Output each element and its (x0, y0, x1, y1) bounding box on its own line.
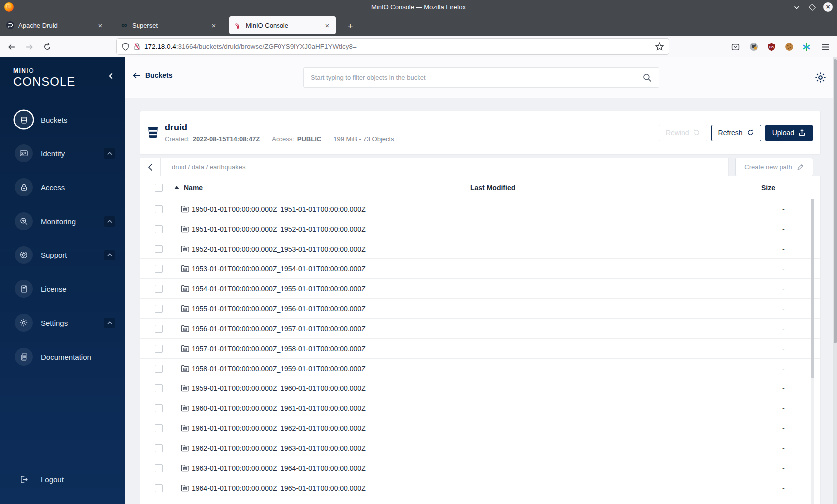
path-back-chevron-icon[interactable] (140, 158, 161, 176)
window-minimize-icon[interactable] (792, 3, 801, 12)
row-checkbox[interactable] (155, 484, 163, 492)
cookie-extension-icon[interactable] (783, 40, 796, 53)
refresh-button[interactable]: Refresh (711, 125, 761, 141)
tab-close-icon[interactable]: × (323, 21, 331, 30)
row-checkbox[interactable] (155, 265, 163, 273)
sidebar-item-monitoring[interactable]: Monitoring (0, 204, 125, 238)
shield-icon[interactable] (122, 43, 129, 51)
object-row[interactable]: 1955-01-01T00:00:00.000Z_1956-01-01T00:0… (140, 299, 820, 319)
window-close-icon[interactable]: × (823, 2, 833, 12)
object-name: 1958-01-01T00:00:00.000Z_1959-01-01T00:0… (192, 365, 366, 373)
object-row[interactable]: 1958-01-01T00:00:00.000Z_1959-01-01T00:0… (140, 359, 820, 378)
preferences-gear-icon[interactable] (814, 71, 827, 84)
row-checkbox[interactable] (155, 365, 163, 373)
object-row[interactable]: 1957-01-01T00:00:00.000Z_1958-01-01T00:0… (140, 339, 820, 359)
table-scrollbar-thumb[interactable] (811, 199, 814, 378)
rewind-button[interactable]: Rewind (659, 125, 707, 141)
select-all-checkbox[interactable] (155, 184, 163, 192)
row-checkbox[interactable] (155, 325, 163, 333)
minio-sidebar: MINIO CONSOLE Buckets Identity (0, 57, 125, 504)
row-checkbox[interactable] (155, 205, 163, 213)
pocket-icon[interactable] (729, 40, 742, 53)
row-checkbox[interactable] (155, 444, 163, 452)
bookmark-star-icon[interactable] (655, 42, 664, 51)
chevron-up-icon[interactable] (104, 216, 115, 227)
window-maximize-icon[interactable] (808, 3, 817, 12)
back-to-buckets[interactable]: Buckets (133, 71, 172, 79)
object-row[interactable]: 1950-01-01T00:00:00.000Z_1951-01-01T00:0… (140, 199, 820, 219)
breadcrumb[interactable]: druid / data / earthquakes (172, 163, 245, 171)
tab-close-icon[interactable]: × (96, 21, 104, 30)
rewind-label: Rewind (666, 129, 689, 137)
object-row[interactable]: 1960-01-01T00:00:00.000Z_1961-01-01T00:0… (140, 398, 820, 418)
sidebar-item-license[interactable]: License (0, 272, 125, 306)
sidebar-item-settings[interactable]: Settings (0, 306, 125, 340)
row-checkbox[interactable] (155, 285, 163, 293)
bucket-icon (15, 111, 33, 128)
object-row[interactable]: 1962-01-01T00:00:00.000Z_1963-01-01T00:0… (140, 438, 820, 458)
object-row[interactable]: 1963-01-01T00:00:00.000Z_1964-01-01T00:0… (140, 458, 820, 478)
window-scrollbar[interactable] (833, 57, 837, 504)
chevron-up-icon[interactable] (104, 250, 115, 260)
folder-icon (181, 365, 189, 372)
main-area: Buckets druid Created: (125, 57, 837, 504)
object-name: 1956-01-01T00:00:00.000Z_1957-01-01T00:0… (192, 325, 366, 333)
privacy-badger-icon[interactable] (747, 40, 760, 53)
insecure-lock-icon[interactable] (134, 43, 140, 51)
hamburger-menu-icon[interactable] (819, 40, 832, 53)
object-name: 1964-01-01T00:00:00.000Z_1965-01-01T00:0… (192, 484, 366, 492)
container-asterisk-icon[interactable] (800, 40, 813, 53)
row-checkbox[interactable] (155, 345, 163, 353)
create-new-path-button[interactable]: Create new path (735, 158, 813, 176)
reload-button[interactable] (41, 40, 54, 53)
tab-apache-druid[interactable]: Apache Druid × (2, 16, 109, 34)
sidebar-item-buckets[interactable]: Buckets (0, 103, 125, 136)
create-path-icon (797, 163, 804, 171)
ublock-origin-icon[interactable]: UO (765, 40, 778, 53)
folder-icon (181, 265, 189, 272)
row-checkbox[interactable] (155, 424, 163, 432)
column-size[interactable]: Size (761, 184, 775, 192)
object-row[interactable]: 1964-01-01T00:00:00.000Z_1965-01-01T00:0… (140, 478, 820, 498)
sidebar-item-label: Access (41, 183, 65, 192)
sidebar-collapse-icon[interactable] (107, 72, 115, 80)
sidebar-item-support[interactable]: Support (0, 238, 125, 272)
tab-close-icon[interactable]: × (210, 21, 218, 30)
druid-favicon (6, 21, 14, 29)
object-row[interactable]: 1952-01-01T00:00:00.000Z_1953-01-01T00:0… (140, 239, 820, 259)
object-row[interactable]: 1954-01-01T00:00:00.000Z_1955-01-01T00:0… (140, 279, 820, 299)
tab-minio-console[interactable]: MinIO Console × (229, 16, 336, 34)
new-tab-button[interactable]: + (344, 19, 357, 34)
upload-button[interactable]: Upload (765, 125, 813, 141)
chevron-up-icon[interactable] (104, 148, 115, 159)
chevron-up-icon[interactable] (104, 318, 115, 328)
url-bar[interactable]: 172.18.0.4:31664/buckets/druid/browse/ZG… (117, 39, 669, 54)
sidebar-item-documentation[interactable]: Documentation (0, 340, 125, 374)
table-scrollbar[interactable] (811, 199, 814, 504)
sidebar-item-logout[interactable]: Logout (0, 469, 125, 489)
forward-button[interactable] (23, 40, 36, 53)
column-name[interactable]: Name (184, 184, 203, 192)
column-last-modified[interactable]: Last Modified (470, 184, 515, 192)
row-checkbox[interactable] (155, 245, 163, 253)
row-checkbox[interactable] (155, 225, 163, 233)
object-name: 1960-01-01T00:00:00.000Z_1961-01-01T00:0… (192, 404, 366, 412)
object-filter-input[interactable] (311, 74, 643, 81)
tab-superset[interactable]: ∞ Superset × (116, 16, 222, 34)
object-row[interactable]: 1956-01-01T00:00:00.000Z_1957-01-01T00:0… (140, 319, 820, 339)
sidebar-item-identity[interactable]: Identity (0, 136, 125, 170)
object-row[interactable]: 1961-01-01T00:00:00.000Z_1962-01-01T00:0… (140, 418, 820, 438)
back-button[interactable] (5, 40, 18, 53)
object-row[interactable]: 1953-01-01T00:00:00.000Z_1954-01-01T00:0… (140, 259, 820, 279)
object-filter-box (303, 67, 659, 88)
row-checkbox[interactable] (155, 305, 163, 313)
object-row[interactable]: 1951-01-01T00:00:00.000Z_1952-01-01T00:0… (140, 219, 820, 239)
sidebar-item-access[interactable]: Access (0, 170, 125, 204)
identity-card-icon (15, 144, 33, 162)
row-checkbox[interactable] (155, 464, 163, 472)
window-scrollbar-thumb[interactable] (834, 59, 837, 343)
object-row[interactable]: 1959-01-01T00:00:00.000Z_1960-01-01T00:0… (140, 378, 820, 398)
row-checkbox[interactable] (155, 404, 163, 412)
object-name: 1950-01-01T00:00:00.000Z_1951-01-01T00:0… (192, 205, 366, 213)
row-checkbox[interactable] (155, 384, 163, 392)
